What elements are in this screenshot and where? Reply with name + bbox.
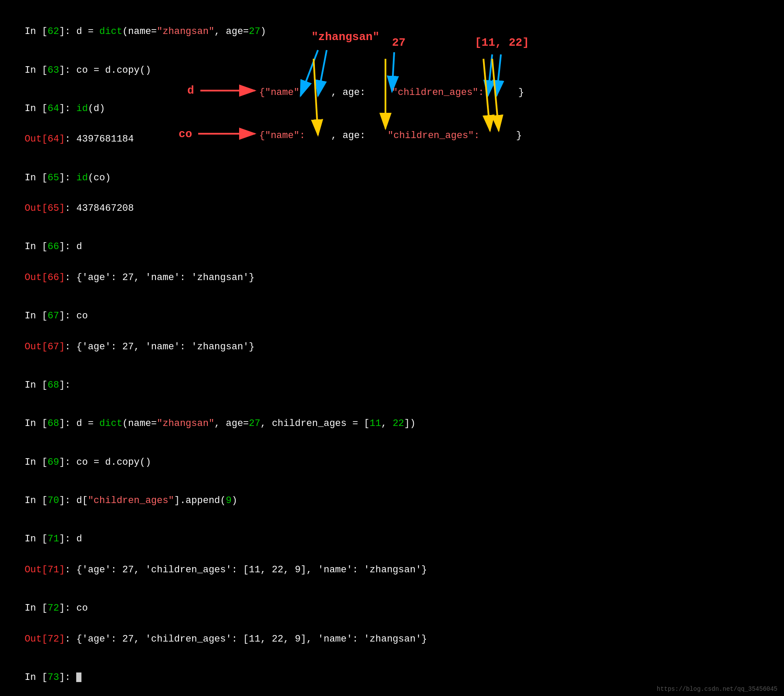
watermark: https://blog.csdn.net/qq_35456045: [657, 686, 777, 693]
spacer: [13, 78, 771, 86]
line-72-input: In [72]: co: [13, 585, 771, 616]
line-69-input: In [69]: co = d.copy(): [13, 439, 771, 470]
line-66-output: Out[66]: {'age': 27, 'name': 'zhangsan'}: [13, 255, 771, 285]
cursor: [76, 672, 81, 682]
line-68-empty: In [68]:: [13, 362, 771, 393]
line-67-output: Out[67]: {'age': 27, 'name': 'zhangsan'}: [13, 324, 771, 354]
spacer: [13, 432, 771, 439]
line-67-input: In [67]: co: [13, 293, 771, 324]
line-64-input: In [64]: id(d): [13, 86, 771, 116]
spacer: [13, 285, 771, 293]
spacer: [13, 393, 771, 401]
spacer: [13, 355, 771, 362]
spacer: [13, 508, 771, 516]
spacer: [13, 647, 771, 655]
spacer: [13, 578, 771, 585]
line-71-output: Out[71]: {'age': 27, 'children_ages': [1…: [13, 547, 771, 578]
spacer: [13, 39, 771, 47]
line-68-dict: In [68]: d = dict(name="zhangsan", age=2…: [13, 401, 771, 431]
line-66-input: In [66]: d: [13, 224, 771, 254]
line-62-input: In [62]: d = dict(name="zhangsan", age=2…: [13, 9, 771, 39]
line-70-input: In [70]: d["children_ages"].append(9): [13, 478, 771, 508]
line-73-input: In [73]:: [13, 655, 771, 685]
line-64-output: Out[64]: 4397681184: [13, 116, 771, 147]
line-63-input: In [63]: co = d.copy(): [13, 47, 771, 78]
spacer: [13, 470, 771, 478]
line-65-input: In [65]: id(co): [13, 155, 771, 186]
spacer: [13, 147, 771, 155]
spacer: [13, 216, 771, 224]
line-72-output: Out[72]: {'age': 27, 'children_ages': [1…: [13, 616, 771, 646]
line-71-input: In [71]: d: [13, 516, 771, 547]
line-65-output: Out[65]: 4378467208: [13, 186, 771, 216]
